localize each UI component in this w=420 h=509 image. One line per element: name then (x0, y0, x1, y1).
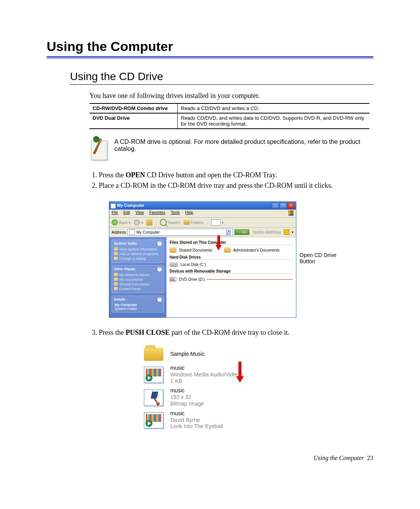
folder-icon (224, 247, 231, 253)
folder-icon (170, 247, 177, 253)
place-documents[interactable]: My Documents (114, 277, 162, 282)
details-header[interactable]: Details˄ (114, 297, 162, 302)
back-button[interactable]: Back ▾ (112, 219, 131, 226)
page-number: 23 (367, 455, 373, 461)
file-name: music (170, 410, 223, 417)
views-button[interactable]: ▾ (211, 219, 224, 226)
place-control-panel[interactable]: Control Panel (114, 287, 162, 291)
task-change-setting[interactable]: Change a setting (114, 256, 162, 261)
table-row: DVD Dual Drive Reads CD/DVD, and writes … (89, 113, 369, 129)
norton-label: Norton AntiVirus (253, 230, 281, 234)
collapse-icon[interactable]: ˄ (158, 241, 162, 246)
menu-file[interactable]: File (112, 210, 118, 217)
callout-line (206, 279, 293, 280)
red-arrow-icon (216, 236, 221, 251)
section-title: Using the CD Drive (70, 70, 373, 83)
address-dropdown-icon[interactable]: ▾ (226, 229, 231, 235)
maximize-button[interactable]: □ (280, 203, 287, 209)
step-list-continued: Press the PUSH CLOSE part of the CD-ROM … (89, 329, 373, 337)
hard-disk-icon (170, 262, 178, 267)
drive-desc: Reads a CD/DVD and writes a CD. (178, 103, 370, 113)
file-list-screenshot: Sample Music music Windows Media Audio/V… (144, 345, 299, 431)
task-add-remove-programs[interactable]: Add or remove programs (114, 252, 162, 256)
other-places-header[interactable]: Other Places˄ (114, 267, 162, 271)
step-3: Press the PUSH CLOSE part of the CD-ROM … (99, 329, 373, 337)
list-item[interactable]: music 192 x 32 Bitmap Image (144, 386, 299, 408)
step-2: Place a CD-ROM in the CD-ROM drive tray … (99, 182, 373, 190)
list-item[interactable]: Sample Music (144, 345, 299, 363)
drive-name: DVD Dual Drive (89, 113, 178, 129)
app-logo-icon (288, 210, 294, 217)
window-title: My Computer (111, 203, 144, 208)
drive-desc: Reads CD/DVD, and writes data to CD/DVD.… (178, 113, 370, 129)
search-button[interactable]: Search (160, 219, 180, 226)
group-removable: Devices with Removable Storage (170, 269, 293, 274)
file-artist: David Byrne (170, 417, 223, 423)
system-tasks-header[interactable]: System Tasks˄ (114, 241, 162, 246)
up-button[interactable] (146, 219, 152, 226)
file-name: Sample Music (170, 351, 205, 357)
drive-table: CD-RW/DVD-ROM Combo drive Reads a CD/DVD… (89, 103, 369, 129)
my-computer-window: My Computer _ □ × File Edit View Favorit… (109, 201, 296, 318)
section-rule (70, 84, 373, 85)
collapse-icon[interactable]: ˄ (158, 267, 162, 271)
group-hard-disks: Hard Disk Drives (170, 255, 293, 260)
file-name: music (170, 365, 248, 371)
note-icon (89, 138, 108, 160)
callout-label: Open CD Drive Button (299, 252, 342, 264)
item-local-disk-c[interactable]: Local Disk (C:) (170, 261, 293, 268)
drive-name: CD-RW/DVD-ROM Combo drive (89, 103, 178, 113)
file-name: music (170, 387, 204, 394)
media-file-icon (144, 367, 163, 383)
collapse-icon[interactable]: ˄ (158, 297, 162, 302)
item-dvd-drive-d[interactable]: DVD Drive (D:) (170, 276, 205, 282)
place-shared-docs[interactable]: Shared Documents (114, 282, 162, 287)
item-shared-documents[interactable]: Shared Documents (170, 247, 212, 254)
menu-favorites[interactable]: Favorites (149, 210, 165, 217)
close-button[interactable]: × (287, 203, 294, 209)
toolbar: Back ▾ ▾ | Search Folders | ▾ (109, 218, 296, 227)
window-titlebar[interactable]: My Computer _ □ × (109, 202, 296, 210)
red-arrow-icon (237, 362, 243, 383)
list-item[interactable]: music Windows Media Audio/Video s... 1 K… (144, 363, 299, 386)
details-sub: System Folder (114, 307, 162, 311)
media-file-icon (144, 412, 163, 429)
group-files-stored: Files Stored on This Computer (170, 240, 293, 245)
title-rule-thick (47, 56, 373, 58)
title-rule-thin (47, 58, 373, 59)
step-1: Press the OPEN CD Drive button and open … (99, 171, 373, 179)
menu-edit[interactable]: Edit (123, 210, 130, 217)
note-text: A CD-ROM drive is optional. For more det… (114, 138, 363, 152)
norton-icon[interactable] (284, 229, 289, 235)
place-network[interactable]: My Network Places (114, 273, 162, 277)
menu-help[interactable]: Help (185, 210, 193, 217)
address-label: Address (112, 230, 126, 234)
dvd-drive-icon (170, 277, 177, 282)
task-view-system-info[interactable]: View system information (114, 247, 162, 252)
file-type: Bitmap Image (170, 401, 204, 407)
step-list: Press the OPEN CD Drive button and open … (89, 171, 373, 190)
folder-icon (144, 348, 163, 361)
menu-view[interactable]: View (135, 210, 144, 217)
file-album: Look Into The Eyeball (170, 423, 223, 430)
forward-button[interactable]: ▾ (134, 219, 143, 226)
intro-text: You have one of following drives install… (89, 92, 373, 100)
table-row: CD-RW/DVD-ROM Combo drive Reads a CD/DVD… (89, 103, 369, 113)
page-title: Using the Computer (47, 39, 373, 54)
address-bar: Address My Computer ▾ → Go Norton AntiVi… (109, 227, 296, 237)
file-dimensions: 192 x 32 (170, 394, 204, 401)
page-footer: Using the Computer 23 (70, 455, 373, 462)
minimize-button[interactable]: _ (272, 203, 279, 209)
bitmap-file-icon (144, 390, 163, 406)
details-name: My Computer (114, 303, 162, 307)
menu-tools[interactable]: Tools (171, 210, 180, 217)
address-input[interactable]: My Computer ▾ (128, 229, 233, 236)
explorer-content: Files Stored on This Computer Shared Doc… (166, 237, 296, 317)
menu-bar: File Edit View Favorites Tools Help (109, 210, 296, 218)
folders-button[interactable]: Folders (184, 220, 204, 225)
item-admin-documents[interactable]: Administrator's Documents (224, 247, 280, 254)
go-button[interactable]: → Go (234, 229, 249, 235)
list-item[interactable]: music David Byrne Look Into The Eyeball (144, 409, 299, 431)
side-panel: System Tasks˄ View system information Ad… (109, 237, 166, 317)
